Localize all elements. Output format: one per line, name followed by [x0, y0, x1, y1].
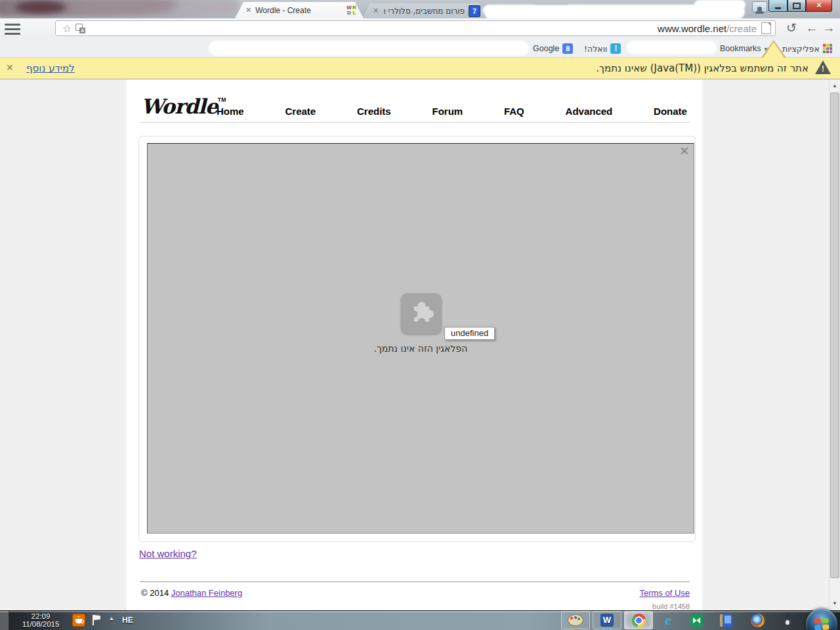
internet-explorer-icon: e — [665, 613, 671, 627]
nav-credits[interactable]: Credits — [357, 106, 391, 117]
censored-region — [627, 41, 717, 54]
bookmark-star-icon[interactable]: ☆ — [62, 22, 72, 35]
bookmark-walla[interactable]: וואלה! ! — [584, 41, 621, 56]
logo-text: Wordle — [141, 94, 217, 118]
translate-icon[interactable]: A — [75, 24, 85, 33]
windows-flag-icon — [814, 618, 829, 630]
minimize-icon — [775, 7, 781, 9]
nav-home[interactable]: Home — [217, 106, 244, 117]
paint-icon — [568, 614, 583, 626]
chrome-icon — [632, 614, 646, 627]
bookmark-google[interactable]: Google 8 — [533, 41, 573, 56]
seven-favicon-icon: 7 — [469, 5, 480, 17]
word-icon: W — [600, 614, 614, 627]
close-window-button[interactable]: ✕ — [806, 0, 832, 12]
walla-favicon-icon: ! — [610, 43, 621, 54]
nav-forum[interactable]: Forum — [432, 106, 463, 117]
taskbar-firefox-button[interactable] — [746, 612, 769, 628]
tab-wordle-create[interactable]: ✕ Wordle - Create W R D L — [235, 2, 364, 18]
not-working-link[interactable]: Not working? — [139, 548, 197, 559]
java-applet-area: ✕ undefined הפלאגין הזה אינו נתמך. — [147, 143, 694, 534]
taskbar-chrome-button[interactable] — [624, 611, 653, 629]
coffee-cup-icon — [75, 619, 82, 623]
forward-button[interactable]: ← — [803, 20, 820, 37]
plugin-tooltip: undefined — [444, 327, 495, 340]
taskbar-bird-app-button[interactable] — [776, 612, 799, 628]
infobar-close-icon[interactable]: ✕ — [6, 63, 14, 72]
show-desktop-button[interactable] — [0, 611, 9, 630]
tab-close-icon[interactable]: ✕ — [245, 7, 251, 14]
tab-title: Wordle - Create — [255, 6, 342, 15]
taskbar-ie-button[interactable]: e — [656, 612, 680, 628]
censored-region — [0, 0, 239, 17]
apps-shortcut[interactable]: אפליקציות — [782, 41, 832, 56]
reload-button[interactable]: ↺ — [782, 20, 801, 37]
tab-forum[interactable]: ✕ פורום מחשבים, סלולרי ו 7 — [362, 3, 487, 18]
page-info-icon[interactable] — [761, 22, 771, 34]
applet-close-icon[interactable]: ✕ — [680, 144, 689, 158]
bookmarks-folder-label: Bookmarks — [720, 44, 761, 53]
build-number: build #1458 — [140, 602, 690, 610]
clock-date: 11/08/2015 — [10, 620, 71, 628]
puzzle-piece-icon — [406, 299, 436, 329]
back-button[interactable]: → — [820, 20, 837, 37]
screen: ✕ Wordle - Create W R D L ✕ פורום מחשבים… — [0, 0, 840, 630]
restore-icon — [793, 3, 801, 9]
scroll-up-button[interactable]: ▲ — [830, 80, 840, 91]
tab-close-icon[interactable]: ✕ — [373, 7, 379, 14]
taskbar-clock[interactable]: 22:09 11/08/2015 — [10, 612, 71, 628]
url-path: /create — [726, 23, 757, 34]
bird-app-icon — [782, 614, 793, 626]
bookmark-label: וואלה! — [584, 44, 607, 54]
nav-donate[interactable]: Donate — [654, 106, 687, 117]
taskbar-word-button[interactable]: W — [593, 611, 621, 629]
apps-grid-icon — [823, 44, 832, 53]
taskbar-notebook-app-button[interactable] — [714, 612, 738, 628]
learn-more-link[interactable]: למידע נוסף — [26, 62, 75, 74]
visual-studio-icon — [690, 614, 703, 627]
warning-exclamation: ! — [822, 64, 824, 74]
wordle-logo[interactable]: WordleTM — [141, 94, 226, 118]
infobar-message: אתר זה משתמש בפלאגין (Java(TM)) שאינו נת… — [596, 62, 808, 74]
scroll-down-button[interactable]: ▼ — [830, 598, 840, 609]
person-icon — [757, 7, 762, 11]
tab-title: פורום מחשבים, סלולרי ו — [383, 7, 465, 16]
nav-faq[interactable]: FAQ — [504, 106, 524, 117]
show-hidden-icons-button[interactable]: ▲ — [106, 616, 117, 625]
scrollbar-thumb[interactable] — [830, 93, 839, 578]
favicon-letter: D — [346, 10, 352, 16]
minimize-button[interactable] — [768, 0, 788, 12]
url-host: www.wordle.net — [658, 23, 726, 34]
taskbar-visual-studio-button[interactable] — [684, 612, 708, 628]
divider — [140, 122, 690, 123]
address-bar[interactable]: ☆ A www.wordle.net/create — [55, 20, 776, 36]
divider — [140, 581, 690, 582]
taskbar-paint-button[interactable] — [561, 611, 590, 629]
bookmarks-folder[interactable]: Bookmarks ▾ — [720, 41, 768, 56]
nav-advanced[interactable]: Advanced — [566, 106, 613, 117]
chrome-menu-button[interactable] — [5, 24, 20, 35]
notebook-app-icon — [720, 614, 732, 627]
infobar-arrow — [763, 42, 784, 58]
bookmark-label: Google — [533, 44, 559, 53]
nav-create[interactable]: Create — [285, 106, 316, 117]
censored-region — [694, 0, 746, 10]
language-indicator[interactable]: HE — [122, 616, 133, 625]
clock-time: 22:09 — [10, 612, 71, 620]
profile-avatar-button[interactable] — [752, 1, 767, 12]
apps-label: אפליקציות — [782, 44, 820, 54]
translate-letter: A — [79, 28, 85, 33]
broken-plugin-icon[interactable] — [401, 293, 442, 334]
site-nav: Home Create Credits Forum FAQ Advanced D… — [217, 106, 687, 117]
footer-right: Terms of Use — [140, 588, 690, 598]
restore-button[interactable] — [788, 0, 806, 12]
url-text[interactable]: www.wordle.net/create — [91, 23, 757, 34]
plugin-message: הפלאגין הזה אינו נתמך. — [148, 343, 694, 354]
favicon-letter: L — [352, 10, 357, 16]
trademark: TM — [217, 96, 226, 103]
scrollbar[interactable]: ▲ ▼ — [829, 79, 840, 610]
terms-of-use-link[interactable]: Terms of Use — [639, 588, 690, 598]
wordle-favicon-icon: W R D L — [346, 5, 357, 16]
java-update-tray-icon[interactable] — [72, 614, 85, 627]
action-center-flag-icon[interactable] — [91, 614, 102, 627]
